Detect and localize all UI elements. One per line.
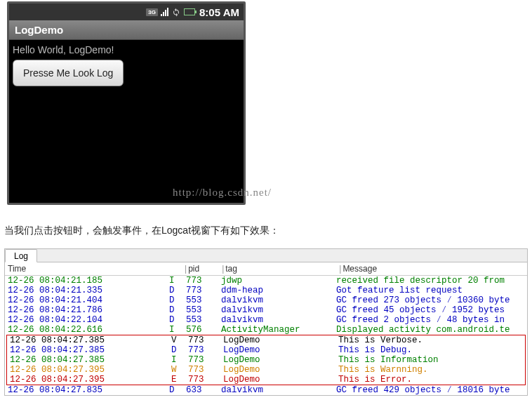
hello-text: Hello World, LogDemo! bbox=[13, 44, 240, 55]
log-row[interactable]: 12-26 08:04:22.616I 576 ActivityManager … bbox=[5, 325, 527, 335]
network-3g-icon: 3G bbox=[146, 8, 158, 16]
log-header: Time | pid | tag | Message bbox=[5, 262, 527, 276]
android-emulator-frame: 3G 8:05 AM LogDemo Hello World, LogDemo!… bbox=[7, 1, 246, 205]
header-message[interactable]: Message bbox=[343, 264, 524, 274]
status-time: 8:05 AM bbox=[199, 6, 239, 18]
log-rows-bottom: 12-26 08:04:27.835D 633 dalvikvm GC free… bbox=[5, 385, 527, 395]
log-row[interactable]: 12-26 08:04:27.395W 773 LogDemo This is … bbox=[7, 365, 525, 375]
sync-icon bbox=[171, 7, 181, 17]
header-time[interactable]: Time bbox=[8, 264, 169, 274]
log-row[interactable]: 12-26 08:04:27.835D 633 dalvikvm GC free… bbox=[5, 385, 527, 395]
log-row[interactable]: 12-26 08:04:27.385V 773 LogDemo This is … bbox=[7, 335, 525, 345]
status-bar: 3G 8:05 AM bbox=[9, 4, 244, 20]
log-row[interactable]: 12-26 08:04:27.395E 773 LogDemo This is … bbox=[7, 375, 525, 385]
log-row[interactable]: 12-26 08:04:27.385D 773 LogDemo This is … bbox=[7, 345, 525, 355]
log-row[interactable]: 12-26 08:04:27.385I 773 LogDemo This is … bbox=[7, 355, 525, 365]
log-rows-top: 12-26 08:04:21.185I 773 jdwp received fi… bbox=[5, 276, 527, 335]
tab-row: Log bbox=[5, 249, 527, 262]
app-body: Hello World, LogDemo! Presse Me Look Log… bbox=[9, 40, 244, 203]
log-row[interactable]: 12-26 08:04:21.335D 773 ddm-heap Got fea… bbox=[5, 286, 527, 295]
battery-icon bbox=[184, 8, 195, 15]
log-rows-box: 12-26 08:04:27.385V 773 LogDemo This is … bbox=[7, 335, 525, 385]
watermark-text: http://blog.csdn.net/ bbox=[173, 187, 272, 199]
signal-icon bbox=[161, 8, 168, 16]
highlight-box: 12-26 08:04:27.385V 773 LogDemo This is … bbox=[6, 335, 526, 385]
header-tag[interactable]: tag bbox=[225, 264, 338, 274]
log-row[interactable]: 12-26 08:04:21.404D 553 dalvikvm GC free… bbox=[5, 295, 527, 305]
logcat-panel: Log Time | pid | tag | Message 12-26 08:… bbox=[4, 248, 528, 396]
app-title-bar: LogDemo bbox=[9, 20, 244, 40]
header-pid[interactable]: pid bbox=[188, 264, 220, 274]
tab-log[interactable]: Log bbox=[5, 249, 37, 262]
description-text: 当我们点击按钮时，会触发事件，在Logcat视窗下有如下效果： bbox=[4, 225, 532, 237]
log-row[interactable]: 12-26 08:04:21.786D 553 dalvikvm GC free… bbox=[5, 305, 527, 315]
log-row[interactable]: 12-26 08:04:22.104D 553 dalvikvm GC free… bbox=[5, 315, 527, 325]
press-me-button[interactable]: Presse Me Look Log bbox=[13, 60, 124, 86]
log-row[interactable]: 12-26 08:04:21.185I 773 jdwp received fi… bbox=[5, 276, 527, 286]
